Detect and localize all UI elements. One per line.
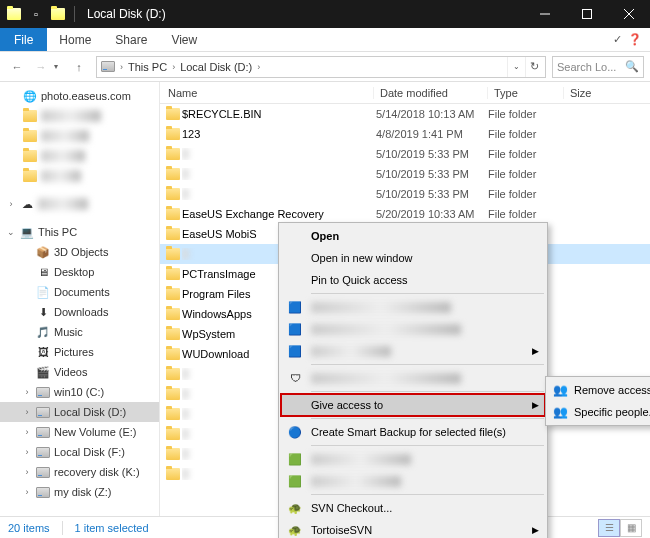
context-give-access-to[interactable]: Give access to▶ [281,394,545,416]
tree-item-win10-c-[interactable]: ›win10 (C:) [0,382,159,402]
navigation-tree: 🌐 photo.easeus.com x x x x ›☁x ⌄ 💻 This … [0,82,160,516]
tree-item-music[interactable]: 🎵Music [0,322,159,342]
nav-history-dropdown[interactable]: ▾ [54,62,66,71]
file-row[interactable]: x5/10/2019 5:33 PMFile folder [160,144,650,164]
folder-icon [164,248,182,260]
column-header-date[interactable]: Date modified [374,87,488,99]
pc-icon: 💻 [19,224,35,240]
context-menu: Open Open in new window Pin to Quick acc… [278,222,548,538]
column-header-type[interactable]: Type [488,87,564,99]
window-title: Local Disk (D:) [87,7,166,21]
down-icon: ⬇ [35,304,51,320]
people-icon: 👥 [552,404,568,420]
ribbon-file-tab[interactable]: File [0,28,47,51]
minimize-button[interactable] [524,0,566,28]
tree-item-downloads[interactable]: ⬇Downloads [0,302,159,322]
ribbon-share-tab[interactable]: Share [103,28,159,51]
nav-forward-button[interactable]: → [30,56,52,78]
context-separator [311,445,544,446]
ribbon-help-icon[interactable]: ✓ ❓ [605,28,650,51]
address-dropdown-button[interactable]: ⌄ [507,57,525,77]
tree-item-3d-objects[interactable]: 📦3D Objects [0,242,159,262]
column-header-size[interactable]: Size [564,87,650,99]
search-placeholder: Search Lo... [557,61,616,73]
app-icon: 🟦 [287,321,303,337]
context-create-smart-backup[interactable]: 🔵Create Smart Backup for selected file(s… [281,421,545,443]
context-open-new-window[interactable]: Open in new window [281,247,545,269]
file-row[interactable]: x5/10/2019 5:33 PMFile folder [160,184,650,204]
view-large-icons-button[interactable]: ▦ [620,519,642,537]
qat-dropdown-icon[interactable] [50,6,66,22]
context-item-blurred[interactable]: 🟦x▶ [281,340,545,362]
drive-icon [99,61,117,72]
folder-icon [164,288,182,300]
context-item-blurred[interactable]: 🟦x [281,318,545,340]
context-item-blurred[interactable]: 🟩x [281,448,545,470]
address-bar[interactable]: › This PC › Local Disk (D:) › ⌄ ↻ [96,56,546,78]
drive-icon [35,464,51,480]
status-selection: 1 item selected [75,522,149,534]
close-button[interactable] [608,0,650,28]
tree-item-blurred[interactable]: x [0,166,159,186]
file-row[interactable]: $RECYCLE.BIN5/14/2018 10:13 AMFile folde… [160,104,650,124]
chevron-right-icon[interactable]: › [254,62,263,72]
desktop-icon: 🖥 [35,264,51,280]
tree-item-blurred[interactable]: x [0,146,159,166]
folder-app-icon [6,6,22,22]
submenu-remove-access[interactable]: 👥 Remove access [548,379,650,401]
tree-item-blurred[interactable]: x [0,106,159,126]
search-input[interactable]: Search Lo... 🔍 [552,56,644,78]
tree-item-new-volume-e-[interactable]: ›New Volume (E:) [0,422,159,442]
folder-icon [164,308,182,320]
context-open[interactable]: Open [281,225,545,247]
tree-item-pictures[interactable]: 🖼Pictures [0,342,159,362]
context-svn-checkout[interactable]: 🐢SVN Checkout... [281,497,545,519]
ribbon-home-tab[interactable]: Home [47,28,103,51]
folder-icon [164,128,182,140]
remove-access-icon: 👥 [552,382,568,398]
tree-item-desktop[interactable]: 🖥Desktop [0,262,159,282]
tree-item-blurred[interactable]: x [0,126,159,146]
maximize-button[interactable] [566,0,608,28]
tree-item-my-disk-z-[interactable]: ›my disk (Z:) [0,482,159,502]
context-item-blurred[interactable]: 🛡x [281,367,545,389]
folder-icon [164,408,182,420]
tree-item-videos[interactable]: 🎬Videos [0,362,159,382]
qat-properties-icon[interactable]: ▫ [28,6,44,22]
context-item-blurred[interactable]: 🟩x [281,470,545,492]
app-icon: 🟩 [287,451,303,467]
context-pin-quick-access[interactable]: Pin to Quick access [281,269,545,291]
tree-group-blurred[interactable]: ›☁x [0,194,159,214]
tree-item-local-disk-f-[interactable]: ›Local Disk (F:) [0,442,159,462]
view-details-button[interactable]: ☰ [598,519,620,537]
drive-icon [35,484,51,500]
nav-up-button[interactable]: ↑ [68,56,90,78]
context-tortoisesvn[interactable]: 🐢TortoiseSVN▶ [281,519,545,538]
navigation-bar: ← → ▾ ↑ › This PC › Local Disk (D:) › ⌄ … [0,52,650,82]
video-icon: 🎬 [35,364,51,380]
column-header-name[interactable]: Name [160,87,374,99]
ribbon-view-tab[interactable]: View [159,28,209,51]
tree-this-pc[interactable]: ⌄ 💻 This PC [0,222,159,242]
nav-back-button[interactable]: ← [6,56,28,78]
context-item-blurred[interactable]: 🟦x [281,296,545,318]
chevron-right-icon[interactable]: › [117,62,126,72]
tree-item-local-disk-d-[interactable]: ›Local Disk (D:) [0,402,159,422]
folder-icon [164,328,182,340]
folder-icon [164,388,182,400]
tree-quick-site[interactable]: 🌐 photo.easeus.com [0,86,159,106]
ribbon-tabs: File Home Share View ✓ ❓ [0,28,650,52]
chevron-right-icon[interactable]: › [169,62,178,72]
file-row[interactable]: x5/10/2019 5:33 PMFile folder [160,164,650,184]
tree-item-documents[interactable]: 📄Documents [0,282,159,302]
breadcrumb-this-pc[interactable]: This PC [126,61,169,73]
pic-icon: 🖼 [35,344,51,360]
chevron-down-icon[interactable]: ⌄ [6,227,16,237]
file-row[interactable]: 1234/8/2019 1:41 PMFile folder [160,124,650,144]
refresh-button[interactable]: ↻ [525,57,543,77]
file-row[interactable]: EaseUS Exchange Recovery5/20/2019 10:33 … [160,204,650,224]
tree-item-recovery-disk-k-[interactable]: ›recovery disk (K:) [0,462,159,482]
breadcrumb-drive[interactable]: Local Disk (D:) [178,61,254,73]
folder-icon [164,468,182,480]
submenu-specific-people[interactable]: 👥 Specific people... [548,401,650,423]
